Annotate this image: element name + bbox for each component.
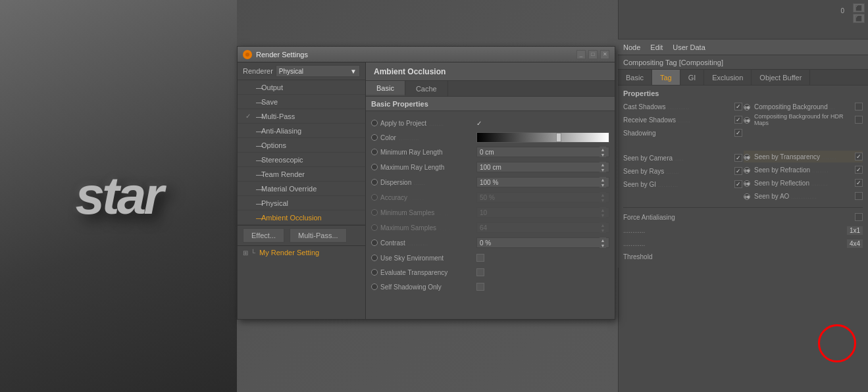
render-setting-icon: ⊞ [243, 249, 248, 257]
max-ray-input[interactable]: 100 cm ▲ ▼ [476, 162, 609, 172]
sidebar-item-options[interactable]: — Options [238, 138, 365, 153]
check-seen-reflection[interactable] [855, 179, 863, 187]
sidebar-item-teamrender[interactable]: — Team Render [238, 167, 365, 182]
multi-pass-btn[interactable]: Multi-Pass... [290, 228, 347, 243]
sidebar-item-materialoverride[interactable]: — Material Override [238, 182, 365, 196]
color-picker-bar[interactable] [476, 132, 609, 143]
check-receive-shadows[interactable] [734, 116, 742, 124]
radio-eval-transparency[interactable] [371, 269, 378, 276]
prop-seen-by-camera: Seen by Camera ..... [623, 152, 742, 164]
effect-btn[interactable]: Effect... [243, 228, 284, 243]
check-seen-transparency[interactable] [855, 153, 863, 160]
apply-to-project-value: ✓ [476, 120, 482, 127]
window-controls: _ □ ✕ [576, 50, 609, 59]
toolbar-icon-1[interactable]: ⬛ [853, 3, 865, 12]
check-seen-refraction[interactable] [855, 166, 863, 174]
radio-comp-bg [744, 103, 752, 111]
tab-gi[interactable]: GI [680, 70, 705, 85]
color-handle[interactable] [556, 133, 561, 142]
prop-receive-shadows: Receive Shadows ....... [623, 114, 742, 126]
renderer-dropdown[interactable]: Physical ▼ [276, 65, 360, 77]
radio-min-ray[interactable] [371, 149, 378, 155]
svg-point-0 [245, 53, 249, 57]
spin-down[interactable]: ▼ [600, 152, 606, 157]
check-seen-rays[interactable] [734, 167, 742, 175]
min-ray-spinner[interactable]: ▲ ▼ [600, 147, 606, 157]
field-self-shadowing: Self Shadowing Only [371, 280, 609, 293]
radio-self-shadowing[interactable] [371, 283, 378, 290]
sidebar-item-multipass[interactable]: ✓ — Multi-Pass [238, 109, 365, 124]
dropdown-arrow-icon: ▼ [350, 68, 357, 75]
radio-use-sky-env[interactable] [371, 255, 378, 261]
sidebar-item-output[interactable]: — Output [238, 80, 365, 95]
star-logo-text: star [76, 166, 162, 226]
basic-properties-header: Basic Properties [366, 97, 615, 111]
maximize-btn[interactable]: □ [588, 50, 598, 59]
render-setting-row: ⊞ └ My Render Setting [238, 245, 365, 259]
render-sidebar: Renderer Physical ▼ — Output — Save ✓ — [238, 62, 366, 319]
field-accuracy: Accuracy ........ 50 % ▲ ▼ [371, 191, 609, 204]
min-ray-input[interactable]: 0 cm ▲ ▼ [476, 147, 609, 157]
tab-object-buffer[interactable]: Object Buffer [752, 70, 810, 85]
properties-body: Apply to Project ........ ✓ Color ......… [366, 111, 615, 300]
minimize-btn[interactable]: _ [576, 50, 586, 59]
check-self-shadowing[interactable] [476, 283, 484, 291]
close-btn[interactable]: ✕ [600, 50, 609, 59]
contrast-input[interactable]: 0 % ▲ ▼ [476, 237, 609, 248]
sidebar-item-save[interactable]: — Save [238, 95, 365, 109]
radio-color[interactable] [371, 134, 378, 141]
dispersion-spinner[interactable]: ▲ ▼ [600, 177, 606, 187]
render-window: Render Settings _ □ ✕ Renderer Physical … [237, 46, 615, 320]
field-max-samples: Maximum Samples ...... 64 ▲ ▼ [371, 221, 609, 234]
properties-grid: Cast Shadows ............ Receive Shadow… [623, 101, 863, 203]
radio-apply-to-project[interactable] [371, 120, 378, 126]
prop-seen-by-transparency: Seen by Transparency ........ [744, 151, 863, 162]
check-eval-transparency[interactable] [476, 268, 484, 276]
radio-accuracy [371, 194, 378, 201]
top-toolbar: 0 ⬛ ⬛ [619, 0, 868, 39]
radio-dispersion[interactable] [371, 179, 378, 185]
spin-up[interactable]: ▲ [600, 147, 606, 152]
prop-val1: ............ 1x1 [623, 224, 863, 236]
sidebar-item-antialiasing[interactable]: — Anti-Aliasing [238, 124, 365, 138]
sidebar-item-ambient-occlusion[interactable]: — Ambient Occlusion [238, 210, 365, 225]
radio-max-ray[interactable] [371, 164, 378, 170]
tab-cache[interactable]: Cache [405, 81, 448, 96]
field-use-sky-env: Use Sky Environment [371, 251, 609, 264]
check-comp-bg[interactable] [855, 103, 863, 110]
compositing-menu-bar: Node Edit User Data [618, 39, 868, 55]
prop-seen-by-ao: Seen by AO .............. [744, 190, 863, 202]
prop-val2: ............ 4x4 [623, 237, 863, 249]
tab-tag[interactable]: Tag [652, 70, 680, 85]
check-cast-shadows[interactable] [734, 103, 742, 110]
radio-contrast[interactable] [371, 239, 378, 246]
sidebar-item-physical[interactable]: — Physical [238, 196, 365, 210]
check-seen-camera[interactable] [734, 154, 742, 162]
max-ray-spinner[interactable]: ▲ ▼ [600, 162, 606, 172]
radio-min-samples [371, 209, 378, 216]
menu-userdata[interactable]: User Data [673, 43, 705, 51]
window-content: Renderer Physical ▼ — Output — Save ✓ — [238, 62, 615, 319]
properties-title: Properties [623, 89, 863, 97]
prop-comp-bg: Compositing Background ... [744, 101, 863, 112]
prop-threshold: Threshold [623, 251, 863, 262]
check-shadowing[interactable] [734, 129, 742, 137]
contrast-spinner[interactable]: ▲ ▼ [600, 237, 606, 248]
prop-cast-shadows: Cast Shadows ............ [623, 101, 742, 112]
toolbar-icon-2[interactable]: ⬛ [853, 14, 865, 23]
check-seen-gi[interactable] [734, 180, 742, 188]
field-max-ray: Maximum Ray Length 100 cm ▲ ▼ [371, 160, 609, 174]
tab-basic[interactable]: Basic [618, 70, 652, 85]
menu-edit[interactable]: Edit [650, 43, 663, 51]
check-seen-ao[interactable] [855, 192, 863, 200]
tab-basic[interactable]: Basic [366, 81, 405, 96]
dispersion-input[interactable]: 100 % ▲ ▼ [476, 177, 609, 187]
check-use-sky-env[interactable] [476, 254, 484, 262]
max-samples-input: 64 ▲ ▼ [476, 222, 609, 233]
menu-node[interactable]: Node [623, 43, 640, 51]
tab-exclusion[interactable]: Exclusion [704, 70, 752, 85]
render-setting-name[interactable]: My Render Setting [259, 249, 319, 257]
check-antialiasing[interactable] [855, 213, 863, 221]
sidebar-item-stereoscopic[interactable]: — Stereoscopic [238, 153, 365, 167]
check-comp-bg-hdr[interactable] [855, 116, 863, 124]
